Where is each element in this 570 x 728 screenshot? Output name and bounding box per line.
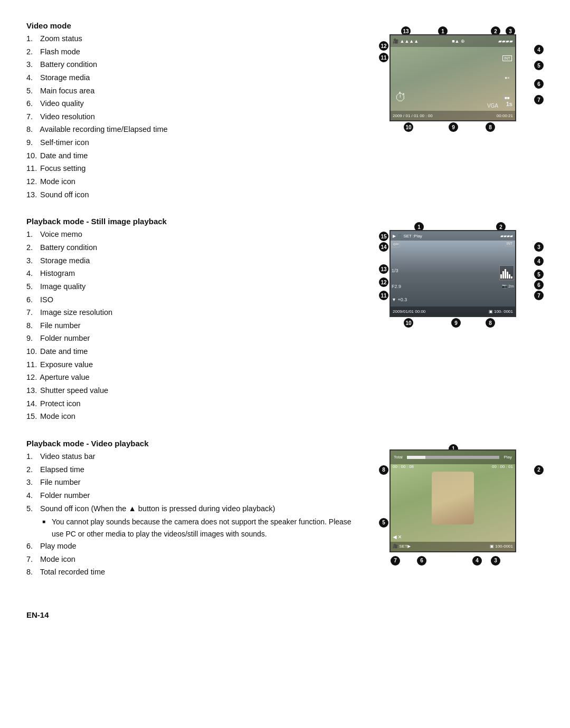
badge-6-vp: 6: [417, 556, 426, 566]
badge-7-vd: 7: [534, 95, 544, 104]
list-item: 13. Shutter speed value: [26, 384, 364, 397]
badge-8-vp: 8: [379, 465, 388, 475]
badge-4-si: 4: [534, 256, 544, 266]
badge-3-vp: 3: [491, 556, 500, 566]
still-screen: ▶ 🎵 SET :Play ▰▰▰▰ o∞ INT 1/3: [390, 230, 516, 317]
badge-14-si: 14: [379, 242, 388, 252]
vd-elapsed: 00:00:21: [497, 113, 513, 118]
list-item: 13. Sound off icon: [26, 188, 364, 202]
video-mode-diagram: 13 1 2 3 12 11 4 5 6 7 10 9 8 🎥 ▲▲▲▲ ■▲ …: [375, 26, 544, 132]
badge-7-vp: 7: [391, 556, 400, 566]
list-item: 4. Folder number: [26, 489, 364, 502]
video-screen: 🎥 ▲▲▲▲ ■▲ ⊕ ▰▰▰▰ INT ●× ■■ ⏱ 1s VGA 2009…: [390, 34, 516, 121]
list-item: 4. Storage media: [26, 71, 364, 84]
list-item: 2. Flash mode: [26, 45, 364, 59]
svg-rect-2: [505, 269, 506, 279]
list-item: 8. Available recording time/Elapsed time: [26, 123, 364, 136]
badge-6-si: 6: [534, 280, 544, 290]
badge-8-si: 8: [486, 318, 495, 328]
list-item: 5. Sound off icon (When the ▲ button is …: [26, 502, 364, 515]
list-item: 7. Mode icon: [26, 553, 364, 566]
still-mode-text: Playback mode - Still image playback 1. …: [26, 217, 364, 423]
si-aperture: F2.9: [392, 284, 401, 289]
list-item: 6. Video quality: [26, 97, 364, 110]
svg-rect-1: [502, 271, 504, 279]
badge-11-si: 11: [379, 291, 388, 300]
video-playback-section: Playback mode - Video playback 1. Video …: [26, 439, 544, 579]
badge-9-vd: 9: [449, 122, 458, 132]
si-imgsize: 📷 2m: [502, 284, 514, 289]
badge-9-si: 9: [451, 318, 461, 328]
still-mode-section: Playback mode - Still image playback 1. …: [26, 217, 544, 423]
list-item: 1. Zoom status: [26, 32, 364, 45]
list-item: 7. Image size resolution: [26, 306, 364, 319]
badge-5-si: 5: [534, 270, 544, 279]
badge-8-vd: 8: [486, 122, 495, 132]
still-mode-diagram: 1 2 15 14 13 12 11 3 4 5 6 7 10 9 8 ▶ 🎵 …: [375, 222, 544, 328]
badge-12-si: 12: [379, 277, 388, 287]
vd-date: 2009 / 01 / 01 00 : 00: [393, 113, 433, 118]
vp-total-label: Total: [394, 455, 403, 459]
page-footer: EN-14: [26, 605, 544, 619]
vp-topbar: Total Play: [391, 451, 515, 464]
badge-10-vd: 10: [404, 122, 413, 132]
list-item: 1. Voice memo: [26, 228, 364, 241]
svg-rect-0: [500, 274, 502, 279]
list-item: 2. Elapsed time: [26, 463, 364, 476]
vp-play-label: Play: [504, 455, 512, 459]
list-item: 12. Aperture value: [26, 371, 364, 384]
list-item: 10. Date and time: [26, 149, 364, 162]
vp-file: ▣ 100-0001: [490, 544, 513, 549]
si-int: INT: [505, 241, 514, 246]
list-item: 14. Protect icon: [26, 397, 364, 410]
still-mode-list: 1. Voice memo2. Battery condition3. Stor…: [26, 228, 364, 423]
video-playback-screen: Total Play 00 : 00 : 08 00 : 00 : 01 ◄× …: [390, 449, 516, 552]
video-playback-text: Playback mode - Video playback 1. Video …: [26, 439, 364, 579]
list-item: 7. Video resolution: [26, 110, 364, 123]
video-mode-title: Video mode: [26, 21, 364, 30]
si-bottombar: 2009/01/01 00:00 ▣ 100- 0001: [391, 306, 515, 316]
si-date: 2009/01/01 00:00: [393, 309, 425, 314]
video-playback-list: 1. Video status bar2. Elapsed time3. Fil…: [26, 450, 364, 579]
si-topbar: ▶ 🎵 SET :Play ▰▰▰▰: [391, 231, 515, 241]
video-mode-text: Video mode 1. Zoom status2. Flash mode3.…: [26, 21, 364, 201]
list-item: 8. File number: [26, 319, 364, 332]
still-mode-title: Playback mode - Still image playback: [26, 217, 364, 226]
list-item: 12. Mode icon: [26, 175, 364, 188]
list-item: 3. Battery condition: [26, 58, 364, 71]
vd-selfie-icon: ⏱: [395, 91, 406, 104]
list-item: 5. Main focus area: [26, 84, 364, 98]
badge-4-vp: 4: [472, 556, 482, 566]
badge-13-si: 13: [379, 264, 388, 274]
vp-thumbnail: [432, 472, 474, 524]
vd-int: INT: [502, 55, 511, 61]
vd-ox: ●×: [505, 75, 510, 80]
list-item: 11. Exposure value: [26, 358, 364, 371]
svg-rect-4: [509, 274, 510, 279]
list-item: 10. Date and time: [26, 345, 364, 358]
list-item: 9. Folder number: [26, 332, 364, 345]
list-item: 5. Image quality: [26, 280, 364, 293]
video-mode-list: 1. Zoom status2. Flash mode3. Battery co…: [26, 32, 364, 201]
sub-bullet-item: You cannot play sounds because the camer…: [42, 516, 364, 540]
vp-total-time: 00 : 00 : 08: [393, 464, 414, 469]
list-item: 3. Storage media: [26, 254, 364, 267]
badge-6-vd: 6: [534, 79, 544, 89]
video-playback-diagram: 1 8 2 5 7 6 4 3 Total Play 00 : 00 : 08: [375, 444, 544, 566]
badge-11-vd: 11: [379, 53, 388, 62]
badge-4-vd: 4: [534, 45, 544, 54]
badge-12-vd: 12: [379, 41, 388, 51]
list-item: 9. Self-timer icon: [26, 136, 364, 149]
vp-play-time: 00 : 00 : 01: [492, 464, 513, 469]
list-item: 15. Mode icon: [26, 410, 364, 423]
vd-topbar-left: 🎥 ▲▲▲▲: [393, 39, 419, 44]
badge-3-si: 3: [534, 242, 544, 252]
si-battery: ▰▰▰▰: [500, 234, 513, 238]
list-item: 4. Histogram: [26, 267, 364, 280]
vd-bottombar: 2009 / 01 / 01 00 : 00 00:00:21: [391, 111, 515, 120]
badge-7-si: 7: [534, 291, 544, 300]
list-item: 3. File number: [26, 476, 364, 489]
page-content: Video mode 1. Zoom status2. Flash mode3.…: [26, 21, 544, 619]
vp-sound-icon: ◄×: [392, 533, 402, 541]
si-fraction: 1/3: [392, 268, 398, 273]
